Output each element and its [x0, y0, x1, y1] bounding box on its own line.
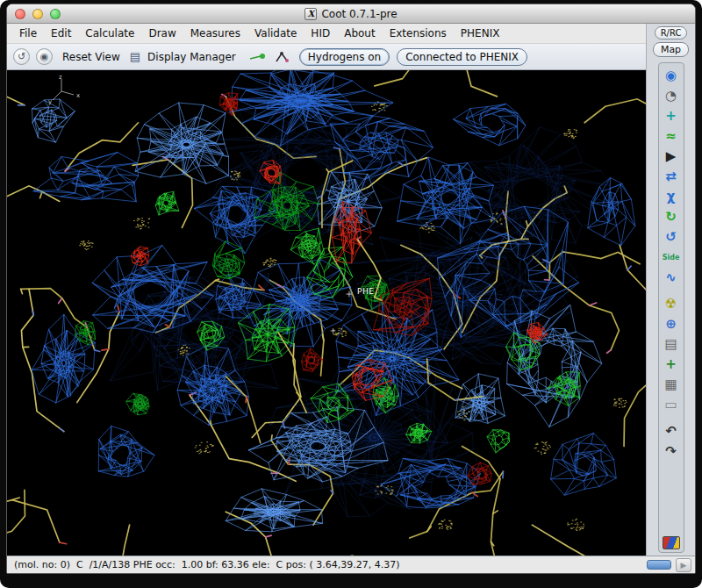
menu-about[interactable]: About	[337, 25, 382, 41]
menu-phenix[interactable]: PHENIX	[454, 25, 507, 41]
menubar: FileEditCalculateDrawMeasuresValidateHID…	[7, 24, 646, 44]
titlebar[interactable]: X Coot 0.7.1-pre	[7, 4, 695, 24]
rigid-body-fit-icon[interactable]: ≈	[661, 126, 682, 146]
flip-sidechain-icon[interactable]: Side	[661, 247, 682, 267]
coot-window: X Coot 0.7.1-pre FileEditCalculateDrawMe…	[6, 4, 696, 574]
model-fit-refine-toolbar: ◉◔+≈▶⇄χ↻↺Side∿☢⊕▤+▦▭↶↷	[658, 62, 684, 553]
display-manager-icon: ▤	[130, 51, 140, 62]
measure-distance-icon[interactable]	[249, 52, 267, 62]
axes-indicator: z x y	[47, 75, 84, 106]
play-icon[interactable]: ▶	[661, 147, 682, 166]
statusbar: (mol. no: 0) C /1/A/138 PHE occ: 1.00 bf…	[7, 556, 695, 573]
regularize-zone-icon[interactable]: ◔	[661, 86, 682, 105]
right-icon	[661, 415, 682, 420]
svg-text:x: x	[76, 92, 80, 99]
auto-fit-rotamer-icon[interactable]: ↻	[661, 207, 682, 226]
menu-hid[interactable]: HID	[304, 25, 337, 41]
screenshot-icon[interactable]	[663, 536, 680, 549]
edit-backbone-icon[interactable]: ∿	[661, 268, 682, 287]
keyboard-icon[interactable]: ▦	[661, 375, 682, 394]
redo-icon[interactable]: ↷	[661, 441, 682, 461]
svg-text:z: z	[59, 75, 62, 81]
mutate-icon[interactable]: ☢	[661, 294, 682, 313]
toolbar: ↺◉ Reset View ▤ Display Manager	[7, 44, 646, 70]
zoom-button[interactable]	[50, 9, 61, 19]
right-sidebar: R/RC Map ◉◔+≈▶⇄χ↻↺Side∿☢⊕▤+▦▭↶↷	[646, 24, 695, 556]
right-icon	[661, 288, 682, 293]
svg-text:y: y	[48, 98, 52, 105]
window-frame: X Coot 0.7.1-pre FileEditCalculateDrawMe…	[0, 0, 702, 588]
map-button[interactable]: Map	[653, 42, 689, 57]
minimize-button[interactable]	[32, 9, 43, 19]
menu-draw[interactable]: Draw	[141, 25, 183, 41]
refine-sphere-icon[interactable]: ◉	[661, 66, 682, 85]
hydrogens-toggle-button[interactable]: Hydrogens on	[299, 48, 390, 66]
rotamers-icon[interactable]: ↺	[661, 227, 682, 247]
reset-view-button[interactable]: Reset View	[60, 51, 123, 63]
phenix-connection-button[interactable]: Connected to PHENIX	[397, 48, 527, 66]
recenter-icon[interactable]: ◉	[36, 48, 53, 65]
status-text: (mol. no: 0) C /1/A/138 PHE occ: 1.00 bf…	[14, 559, 647, 570]
window-controls	[15, 9, 61, 19]
window-title-text: Coot 0.7.1-pre	[321, 8, 397, 20]
gl-viewport[interactable]: z x y PHE	[7, 70, 646, 556]
menu-edit[interactable]: Edit	[44, 25, 78, 41]
undo-icon[interactable]: ↶	[661, 421, 682, 441]
menu-calculate[interactable]: Calculate	[78, 25, 141, 41]
menu-extensions[interactable]: Extensions	[383, 25, 454, 41]
status-scrollbar[interactable]	[647, 560, 671, 570]
fix-atoms-icon[interactable]: +	[661, 106, 682, 125]
residue-label: PHE	[357, 287, 374, 296]
menu-file[interactable]: File	[12, 25, 44, 41]
reset-orientation-icon[interactable]: ↺	[13, 48, 30, 65]
display-manager-button[interactable]: ▤ Display Manager	[130, 51, 239, 63]
menu-measures[interactable]: Measures	[183, 25, 247, 41]
delete-item-icon[interactable]: ▭	[661, 395, 682, 414]
density-scene	[7, 70, 646, 556]
measure-angle-icon[interactable]	[275, 51, 289, 63]
close-button[interactable]	[15, 9, 25, 19]
edit-chi-angles-icon[interactable]: χ	[661, 187, 682, 206]
rotate-translate-icon[interactable]: ⇄	[661, 167, 682, 186]
add-alt-conf-icon[interactable]: ▤	[661, 334, 682, 354]
rrc-button[interactable]: R/RC	[655, 26, 688, 39]
window-title: X Coot 0.7.1-pre	[304, 8, 397, 20]
add-atom-icon[interactable]: +	[661, 355, 682, 374]
menu-validate[interactable]: Validate	[247, 25, 304, 41]
status-expand-button[interactable]: ▶	[676, 558, 691, 572]
x11-app-icon: X	[304, 8, 317, 20]
add-terminal-residue-icon[interactable]: ⊕	[661, 314, 682, 333]
